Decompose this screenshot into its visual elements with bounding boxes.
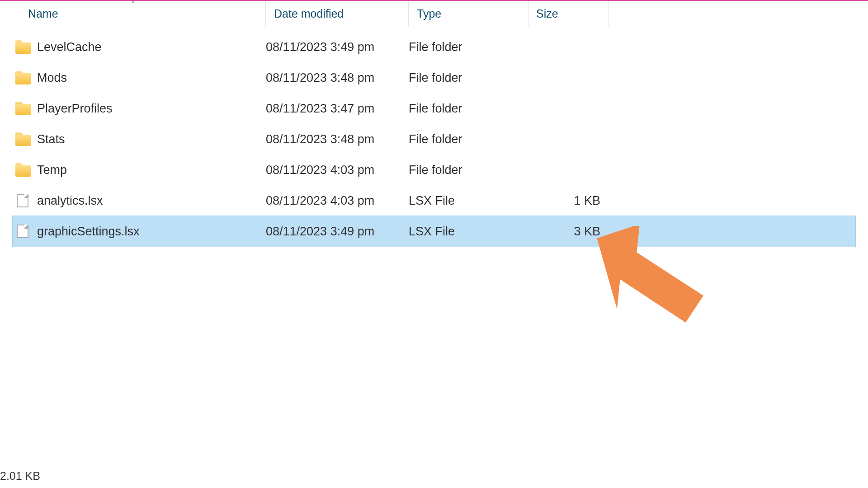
cell-type: File folder	[409, 71, 529, 85]
file-name: graphicSettings.lsx	[37, 225, 140, 239]
cell-type: File folder	[409, 163, 529, 177]
cell-date: 08/11/2023 3:47 pm	[266, 102, 409, 116]
file-row[interactable]: Mods08/11/2023 3:48 pmFile folder	[13, 62, 855, 93]
cell-name: PlayerProfiles	[13, 102, 266, 116]
cell-date: 08/11/2023 3:48 pm	[266, 71, 409, 85]
file-list[interactable]: LevelCache08/11/2023 3:49 pmFile folderM…	[0, 27, 868, 247]
file-row[interactable]: PlayerProfiles08/11/2023 3:47 pmFile fol…	[13, 93, 855, 124]
cell-date: 08/11/2023 4:03 pm	[266, 163, 409, 177]
cell-date: 08/11/2023 3:49 pm	[266, 225, 409, 239]
cell-name: LevelCache	[13, 40, 266, 54]
cell-type: File folder	[409, 40, 529, 54]
cell-name: graphicSettings.lsx	[13, 225, 266, 239]
cell-name: Mods	[13, 71, 266, 85]
cell-size: 1 KB	[529, 194, 609, 208]
folder-icon	[15, 40, 31, 54]
explorer-window: ˄ Name Date modified Type Size LevelCach…	[0, 0, 868, 488]
folder-icon	[15, 102, 31, 115]
file-name: Stats	[37, 132, 65, 146]
file-row[interactable]: Stats08/11/2023 3:48 pmFile folder	[13, 124, 855, 155]
folder-icon	[15, 132, 31, 146]
column-header-type[interactable]: Type	[409, 1, 529, 27]
cell-date: 08/11/2023 4:03 pm	[266, 194, 409, 208]
file-icon	[15, 194, 31, 207]
cell-type: LSX File	[409, 194, 529, 208]
folder-icon	[15, 71, 31, 84]
file-name: Mods	[37, 71, 67, 85]
file-row[interactable]: graphicSettings.lsx08/11/2023 3:49 pmLSX…	[13, 216, 855, 247]
cell-type: LSX File	[409, 225, 529, 239]
file-row[interactable]: analytics.lsx08/11/2023 4:03 pmLSX File1…	[13, 185, 855, 216]
column-header-size-label: Size	[536, 7, 558, 20]
file-name: PlayerProfiles	[37, 102, 113, 116]
sort-ascending-icon: ˄	[131, 0, 135, 10]
file-name: LevelCache	[37, 40, 102, 54]
status-bar-size: 2.01 KB	[0, 465, 40, 488]
column-header-size[interactable]: Size	[529, 1, 609, 27]
file-row[interactable]: LevelCache08/11/2023 3:49 pmFile folder	[13, 32, 855, 62]
file-icon	[15, 225, 31, 238]
column-header-row: ˄ Name Date modified Type Size	[0, 1, 868, 27]
file-name: Temp	[37, 163, 67, 177]
folder-icon	[15, 163, 31, 177]
cell-type: File folder	[409, 102, 529, 116]
cell-name: analytics.lsx	[13, 194, 266, 208]
cell-size: 3 KB	[529, 225, 609, 239]
file-name: analytics.lsx	[37, 194, 103, 208]
column-header-type-label: Type	[417, 7, 441, 20]
cell-date: 08/11/2023 3:48 pm	[266, 132, 409, 146]
column-header-date-label: Date modified	[274, 7, 344, 20]
cell-date: 08/11/2023 3:49 pm	[266, 40, 409, 54]
cell-type: File folder	[409, 132, 529, 146]
column-header-date[interactable]: Date modified	[266, 1, 409, 27]
column-header-name[interactable]: ˄ Name	[0, 1, 266, 27]
file-row[interactable]: Temp08/11/2023 4:03 pmFile folder	[13, 155, 855, 185]
column-header-name-label: Name	[28, 7, 58, 20]
cell-name: Temp	[13, 163, 266, 177]
cell-name: Stats	[13, 132, 266, 146]
